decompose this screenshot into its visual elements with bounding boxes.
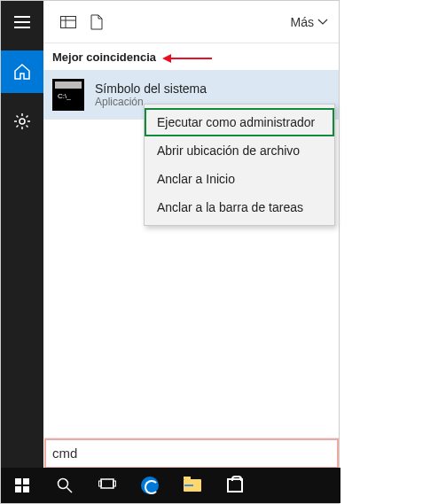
menu-pin-to-start[interactable]: Anclar a Inicio [145,165,334,193]
svg-rect-7 [55,81,82,89]
store-icon [227,478,243,492]
context-menu: Ejecutar como administrador Abrir ubicac… [144,104,335,226]
taskbar-store[interactable] [214,468,256,503]
annotation-arrow-icon [162,52,212,65]
folder-icon [184,479,201,492]
svg-line-10 [67,488,73,493]
svg-marker-5 [162,54,171,63]
apps-filter-button[interactable] [54,8,82,36]
left-rail [1,1,43,469]
task-view-button[interactable] [86,468,129,503]
task-view-icon [98,478,116,492]
taskbar-search-button[interactable] [43,468,86,503]
section-header: Mejor coincidencia [52,50,156,64]
taskbar-edge[interactable] [129,468,171,503]
document-icon [90,14,103,30]
hamburger-button[interactable] [1,1,43,43]
svg-rect-11 [101,479,113,488]
svg-rect-1 [61,16,76,27]
apps-icon [60,16,76,28]
chevron-down-icon [317,19,328,26]
filter-bar: Más [43,1,339,43]
more-filters-button[interactable]: Más [291,15,328,29]
svg-point-9 [59,479,68,489]
start-button[interactable] [1,468,43,503]
home-icon [13,63,31,81]
cmd-thumbnail-icon: C:\_ [52,79,84,111]
home-button[interactable] [1,50,43,93]
settings-button[interactable] [1,100,43,143]
taskbar [1,468,340,503]
menu-pin-to-taskbar[interactable]: Anclar a la barra de tareas [145,193,334,221]
svg-rect-12 [99,481,102,486]
svg-rect-13 [113,481,116,486]
menu-open-file-location[interactable]: Abrir ubicación de archivo [145,136,334,165]
search-input[interactable]: cmd [43,438,339,468]
documents-filter-button[interactable] [82,8,111,36]
search-icon [57,477,73,493]
windows-icon [15,478,29,492]
taskbar-explorer[interactable] [171,468,214,503]
more-label: Más [291,15,314,29]
search-value: cmd [52,446,77,461]
svg-text:C:\_: C:\_ [58,92,71,100]
edge-icon [141,477,159,494]
svg-point-0 [20,119,25,124]
result-title: Símbolo del sistema [95,81,207,96]
menu-run-as-admin[interactable]: Ejecutar como administrador [145,108,334,136]
gear-icon [13,112,31,130]
